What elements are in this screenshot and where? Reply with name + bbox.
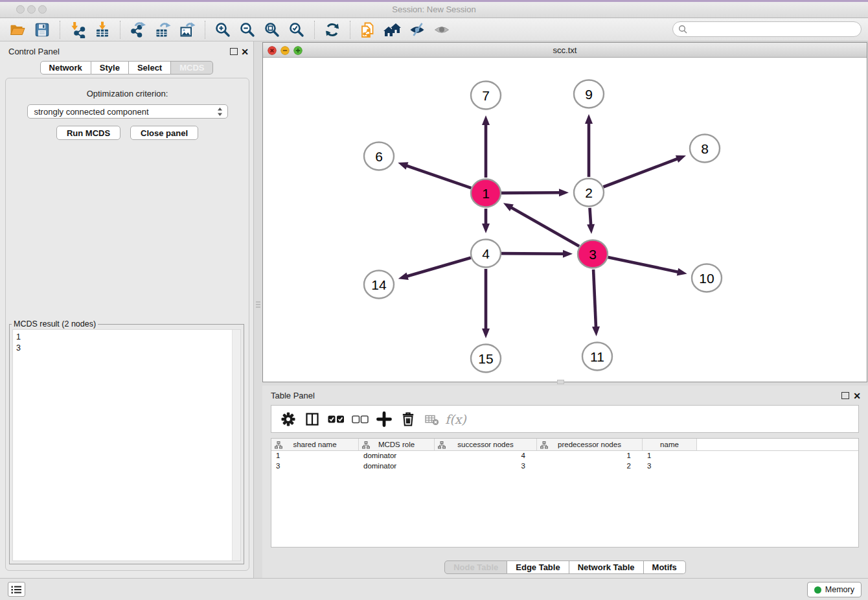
zoom-out-button[interactable] (235, 19, 260, 40)
unselect-all-columns-button[interactable] (348, 408, 372, 431)
node-label: 6 (375, 149, 383, 164)
memory-status-icon (814, 586, 821, 594)
fx-icon: f(x) (445, 412, 466, 426)
table-cell[interactable]: 1 (537, 451, 643, 461)
tab-network-table[interactable]: Network Table (569, 560, 644, 574)
column-type-icon (438, 441, 446, 449)
table-cell[interactable]: 3 (271, 461, 359, 472)
edge-arrowhead (592, 327, 600, 336)
table-settings-button[interactable] (276, 408, 300, 431)
show-all-networks-button[interactable] (380, 19, 405, 40)
delete-table-button[interactable] (420, 408, 444, 431)
table-cell[interactable]: 1 (643, 451, 697, 461)
open-session-button[interactable] (5, 19, 30, 40)
export-image-button[interactable] (175, 19, 200, 40)
table-row[interactable]: 1dominator411 (271, 451, 858, 461)
select-all-columns-button[interactable] (324, 408, 348, 431)
graph-edge-2-3[interactable] (590, 208, 591, 226)
table-cell[interactable]: 1 (271, 451, 359, 461)
close-panel-icon[interactable]: ✕ (853, 391, 861, 401)
close-panel-button[interactable]: Close panel (130, 126, 198, 140)
column-label: name (660, 441, 679, 448)
toolbar-separator (120, 21, 120, 39)
memory-label: Memory (825, 585, 854, 594)
plus-icon (376, 411, 393, 428)
mcds-result-line: 3 (16, 343, 237, 354)
table-cell[interactable]: 3 (435, 461, 537, 472)
tab-edge-table[interactable]: Edge Table (507, 560, 569, 574)
tab-mcds[interactable]: MCDS (171, 61, 213, 75)
graph-edge-3-10[interactable] (608, 257, 679, 272)
export-table-button[interactable] (150, 19, 175, 40)
edge-arrowhead (482, 115, 490, 125)
table-panel-title: Table Panel (271, 391, 315, 400)
tab-style[interactable]: Style (91, 61, 129, 75)
mcds-result-list: 13 (13, 330, 240, 356)
network-canvas[interactable]: 7968124314101511 (263, 58, 867, 382)
tab-select[interactable]: Select (129, 61, 171, 75)
search-field[interactable] (672, 21, 862, 37)
network-view-window: scc.txt 7968124314101511 (262, 42, 867, 382)
mcds-result-area[interactable]: 13 (12, 329, 241, 561)
memory-button[interactable]: Memory (807, 582, 862, 597)
column-header-MCDS-role[interactable]: MCDS role (359, 439, 435, 450)
table-cell[interactable]: 2 (537, 461, 643, 472)
column-type-icon (275, 441, 282, 449)
zoom-selected-button[interactable] (284, 19, 309, 40)
run-mcds-button[interactable]: Run MCDS (56, 126, 120, 140)
toolbar-separator (205, 21, 205, 39)
mcds-tab-content: Optimization criterion: strongly connect… (5, 78, 249, 571)
delete-column-button[interactable] (396, 408, 420, 431)
zoom-fit-button[interactable] (260, 19, 284, 40)
float-panel-icon[interactable] (230, 48, 238, 55)
column-header-name[interactable]: name (643, 439, 697, 450)
zoom-in-button[interactable] (211, 19, 235, 40)
panel-splitter-handle[interactable] (255, 300, 261, 313)
column-header-successor-nodes[interactable]: successor nodes (435, 439, 537, 450)
clone-network-button[interactable] (356, 19, 380, 40)
graph-edge-3-1[interactable] (510, 207, 579, 246)
save-session-button[interactable] (30, 19, 54, 40)
graph-edge-1-2[interactable] (501, 192, 561, 193)
graph-edge-4-3[interactable] (501, 253, 565, 254)
table-cell[interactable]: dominator (359, 461, 435, 472)
node-label: 3 (589, 247, 597, 262)
float-panel-icon[interactable] (841, 392, 849, 399)
create-column-button[interactable] (372, 408, 396, 431)
import-network-button[interactable] (65, 19, 90, 40)
graph-edge-1-6[interactable] (405, 165, 472, 188)
node-label: 10 (699, 271, 714, 286)
column-header-shared-name[interactable]: shared name (271, 439, 359, 450)
show-panel-button[interactable] (429, 19, 454, 40)
tab-motifs[interactable]: Motifs (644, 560, 686, 574)
hide-panel-button[interactable] (405, 19, 429, 40)
refresh-icon (324, 21, 341, 38)
tab-node-table[interactable]: Node Table (444, 560, 507, 574)
export-network-button[interactable] (126, 19, 150, 40)
tab-network[interactable]: Network (40, 61, 91, 75)
edge-arrowhead (563, 250, 573, 258)
open-folder-icon (9, 21, 26, 38)
mcds-result-title: MCDS result (2 nodes) (12, 319, 98, 329)
network-window-titlebar: scc.txt (263, 43, 867, 58)
table-cell[interactable]: dominator (359, 451, 435, 461)
table-row[interactable]: 3dominator323 (271, 461, 858, 472)
function-builder-button[interactable]: f(x) (444, 408, 468, 431)
show-column-panel-button[interactable] (300, 408, 324, 431)
column-label: predecessor nodes (558, 441, 621, 448)
table-cell[interactable]: 4 (435, 451, 537, 461)
table-cell[interactable]: 3 (643, 461, 697, 472)
horizontal-splitter-handle[interactable] (557, 380, 564, 384)
criterion-select[interactable]: strongly connected component (27, 104, 228, 119)
close-panel-icon[interactable]: ✕ (241, 47, 249, 57)
graph-edge-3-11[interactable] (593, 270, 596, 329)
column-header-predecessor-nodes[interactable]: predecessor nodes (537, 439, 643, 450)
task-history-button[interactable] (8, 582, 25, 597)
apply-layout-button[interactable] (320, 19, 345, 40)
graph-edge-2-8[interactable] (603, 158, 678, 187)
search-input[interactable] (691, 25, 852, 34)
export-network-icon (130, 21, 146, 38)
result-scrollbar[interactable] (232, 330, 240, 560)
graph-edge-4-14[interactable] (405, 258, 471, 277)
import-table-button[interactable] (90, 19, 115, 40)
